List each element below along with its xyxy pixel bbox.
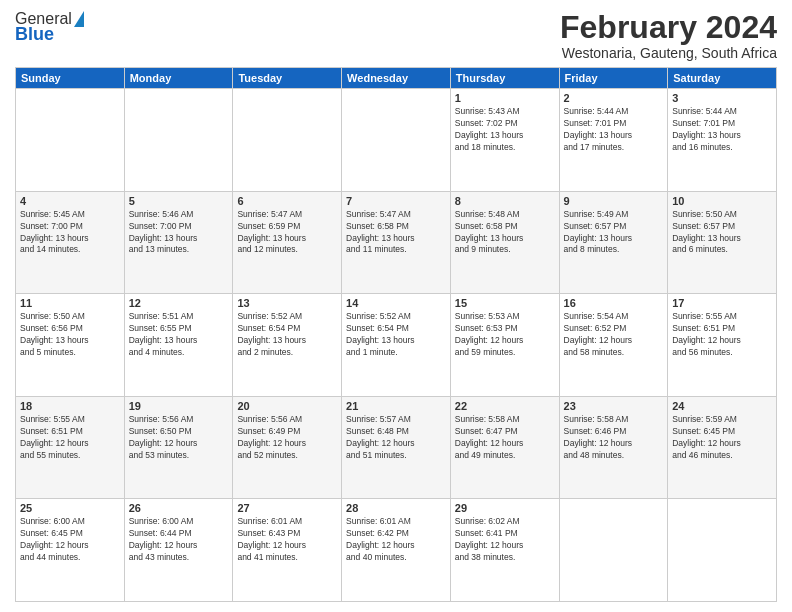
day-header-monday: Monday <box>124 68 233 89</box>
calendar-cell: 23Sunrise: 5:58 AM Sunset: 6:46 PM Dayli… <box>559 396 668 499</box>
calendar-cell: 16Sunrise: 5:54 AM Sunset: 6:52 PM Dayli… <box>559 294 668 397</box>
calendar-cell: 24Sunrise: 5:59 AM Sunset: 6:45 PM Dayli… <box>668 396 777 499</box>
day-info: Sunrise: 5:56 AM Sunset: 6:50 PM Dayligh… <box>129 414 229 462</box>
calendar-cell: 26Sunrise: 6:00 AM Sunset: 6:44 PM Dayli… <box>124 499 233 602</box>
day-number: 8 <box>455 195 555 207</box>
calendar-cell: 22Sunrise: 5:58 AM Sunset: 6:47 PM Dayli… <box>450 396 559 499</box>
logo-triangle-icon <box>74 11 84 27</box>
day-info: Sunrise: 6:01 AM Sunset: 6:42 PM Dayligh… <box>346 516 446 564</box>
calendar-cell: 5Sunrise: 5:46 AM Sunset: 7:00 PM Daylig… <box>124 191 233 294</box>
calendar-cell: 15Sunrise: 5:53 AM Sunset: 6:53 PM Dayli… <box>450 294 559 397</box>
calendar-cell: 11Sunrise: 5:50 AM Sunset: 6:56 PM Dayli… <box>16 294 125 397</box>
day-info: Sunrise: 5:44 AM Sunset: 7:01 PM Dayligh… <box>564 106 664 154</box>
day-number: 9 <box>564 195 664 207</box>
day-number: 21 <box>346 400 446 412</box>
day-info: Sunrise: 5:59 AM Sunset: 6:45 PM Dayligh… <box>672 414 772 462</box>
day-number: 17 <box>672 297 772 309</box>
day-number: 15 <box>455 297 555 309</box>
day-info: Sunrise: 6:01 AM Sunset: 6:43 PM Dayligh… <box>237 516 337 564</box>
calendar-cell: 28Sunrise: 6:01 AM Sunset: 6:42 PM Dayli… <box>342 499 451 602</box>
day-number: 29 <box>455 502 555 514</box>
day-info: Sunrise: 5:55 AM Sunset: 6:51 PM Dayligh… <box>672 311 772 359</box>
calendar-cell: 17Sunrise: 5:55 AM Sunset: 6:51 PM Dayli… <box>668 294 777 397</box>
calendar-cell: 9Sunrise: 5:49 AM Sunset: 6:57 PM Daylig… <box>559 191 668 294</box>
day-info: Sunrise: 5:54 AM Sunset: 6:52 PM Dayligh… <box>564 311 664 359</box>
day-info: Sunrise: 5:44 AM Sunset: 7:01 PM Dayligh… <box>672 106 772 154</box>
week-row-3: 18Sunrise: 5:55 AM Sunset: 6:51 PM Dayli… <box>16 396 777 499</box>
calendar-cell: 25Sunrise: 6:00 AM Sunset: 6:45 PM Dayli… <box>16 499 125 602</box>
title-section: February 2024 Westonaria, Gauteng, South… <box>560 10 777 61</box>
day-number: 25 <box>20 502 120 514</box>
calendar-cell <box>668 499 777 602</box>
day-number: 3 <box>672 92 772 104</box>
week-row-2: 11Sunrise: 5:50 AM Sunset: 6:56 PM Dayli… <box>16 294 777 397</box>
day-number: 22 <box>455 400 555 412</box>
day-number: 1 <box>455 92 555 104</box>
day-info: Sunrise: 5:55 AM Sunset: 6:51 PM Dayligh… <box>20 414 120 462</box>
calendar-cell: 27Sunrise: 6:01 AM Sunset: 6:43 PM Dayli… <box>233 499 342 602</box>
logo: General Blue <box>15 10 84 45</box>
day-header-thursday: Thursday <box>450 68 559 89</box>
calendar-cell: 1Sunrise: 5:43 AM Sunset: 7:02 PM Daylig… <box>450 89 559 192</box>
day-info: Sunrise: 5:52 AM Sunset: 6:54 PM Dayligh… <box>237 311 337 359</box>
day-number: 2 <box>564 92 664 104</box>
day-info: Sunrise: 5:45 AM Sunset: 7:00 PM Dayligh… <box>20 209 120 257</box>
day-number: 27 <box>237 502 337 514</box>
calendar-cell: 4Sunrise: 5:45 AM Sunset: 7:00 PM Daylig… <box>16 191 125 294</box>
calendar-cell: 19Sunrise: 5:56 AM Sunset: 6:50 PM Dayli… <box>124 396 233 499</box>
calendar-cell <box>233 89 342 192</box>
days-header-row: SundayMondayTuesdayWednesdayThursdayFrid… <box>16 68 777 89</box>
day-number: 23 <box>564 400 664 412</box>
calendar-cell: 8Sunrise: 5:48 AM Sunset: 6:58 PM Daylig… <box>450 191 559 294</box>
day-info: Sunrise: 6:00 AM Sunset: 6:44 PM Dayligh… <box>129 516 229 564</box>
location-title: Westonaria, Gauteng, South Africa <box>560 45 777 61</box>
day-info: Sunrise: 5:53 AM Sunset: 6:53 PM Dayligh… <box>455 311 555 359</box>
day-number: 26 <box>129 502 229 514</box>
day-number: 11 <box>20 297 120 309</box>
day-number: 4 <box>20 195 120 207</box>
day-number: 28 <box>346 502 446 514</box>
day-info: Sunrise: 6:02 AM Sunset: 6:41 PM Dayligh… <box>455 516 555 564</box>
calendar-cell: 14Sunrise: 5:52 AM Sunset: 6:54 PM Dayli… <box>342 294 451 397</box>
header: General Blue February 2024 Westonaria, G… <box>15 10 777 61</box>
day-number: 5 <box>129 195 229 207</box>
calendar-cell <box>559 499 668 602</box>
week-row-1: 4Sunrise: 5:45 AM Sunset: 7:00 PM Daylig… <box>16 191 777 294</box>
day-number: 20 <box>237 400 337 412</box>
calendar-cell: 18Sunrise: 5:55 AM Sunset: 6:51 PM Dayli… <box>16 396 125 499</box>
day-number: 6 <box>237 195 337 207</box>
calendar-cell: 2Sunrise: 5:44 AM Sunset: 7:01 PM Daylig… <box>559 89 668 192</box>
calendar-cell: 6Sunrise: 5:47 AM Sunset: 6:59 PM Daylig… <box>233 191 342 294</box>
day-header-sunday: Sunday <box>16 68 125 89</box>
day-header-friday: Friday <box>559 68 668 89</box>
day-header-saturday: Saturday <box>668 68 777 89</box>
day-number: 24 <box>672 400 772 412</box>
day-info: Sunrise: 5:50 AM Sunset: 6:57 PM Dayligh… <box>672 209 772 257</box>
day-info: Sunrise: 5:46 AM Sunset: 7:00 PM Dayligh… <box>129 209 229 257</box>
calendar-cell: 12Sunrise: 5:51 AM Sunset: 6:55 PM Dayli… <box>124 294 233 397</box>
day-number: 16 <box>564 297 664 309</box>
day-info: Sunrise: 5:51 AM Sunset: 6:55 PM Dayligh… <box>129 311 229 359</box>
day-header-wednesday: Wednesday <box>342 68 451 89</box>
day-info: Sunrise: 5:47 AM Sunset: 6:59 PM Dayligh… <box>237 209 337 257</box>
day-info: Sunrise: 5:52 AM Sunset: 6:54 PM Dayligh… <box>346 311 446 359</box>
calendar-cell: 13Sunrise: 5:52 AM Sunset: 6:54 PM Dayli… <box>233 294 342 397</box>
calendar-cell <box>16 89 125 192</box>
day-number: 18 <box>20 400 120 412</box>
day-header-tuesday: Tuesday <box>233 68 342 89</box>
day-info: Sunrise: 5:47 AM Sunset: 6:58 PM Dayligh… <box>346 209 446 257</box>
calendar-cell <box>342 89 451 192</box>
day-number: 14 <box>346 297 446 309</box>
calendar-cell: 21Sunrise: 5:57 AM Sunset: 6:48 PM Dayli… <box>342 396 451 499</box>
calendar-cell: 29Sunrise: 6:02 AM Sunset: 6:41 PM Dayli… <box>450 499 559 602</box>
day-info: Sunrise: 6:00 AM Sunset: 6:45 PM Dayligh… <box>20 516 120 564</box>
day-info: Sunrise: 5:58 AM Sunset: 6:47 PM Dayligh… <box>455 414 555 462</box>
week-row-4: 25Sunrise: 6:00 AM Sunset: 6:45 PM Dayli… <box>16 499 777 602</box>
day-info: Sunrise: 5:58 AM Sunset: 6:46 PM Dayligh… <box>564 414 664 462</box>
day-number: 13 <box>237 297 337 309</box>
calendar-cell: 3Sunrise: 5:44 AM Sunset: 7:01 PM Daylig… <box>668 89 777 192</box>
day-info: Sunrise: 5:50 AM Sunset: 6:56 PM Dayligh… <box>20 311 120 359</box>
day-info: Sunrise: 5:49 AM Sunset: 6:57 PM Dayligh… <box>564 209 664 257</box>
day-info: Sunrise: 5:56 AM Sunset: 6:49 PM Dayligh… <box>237 414 337 462</box>
week-row-0: 1Sunrise: 5:43 AM Sunset: 7:02 PM Daylig… <box>16 89 777 192</box>
